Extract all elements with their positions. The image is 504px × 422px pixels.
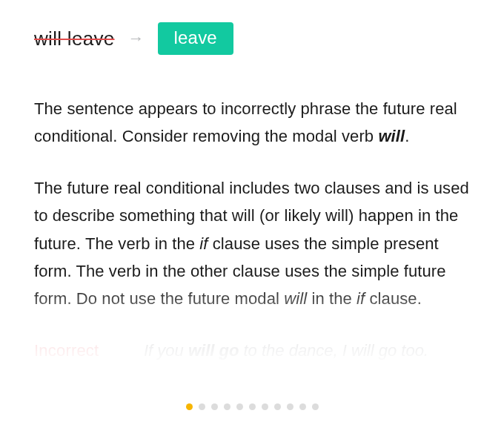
pagination-dot[interactable] <box>274 403 281 410</box>
text-segment: in the <box>307 289 357 308</box>
emphasized-word: will go <box>188 341 239 360</box>
pagination-dot[interactable] <box>249 403 256 410</box>
italic-word: will <box>284 289 307 308</box>
explanation-paragraph-1: The sentence appears to incorrectly phra… <box>34 95 473 151</box>
pagination-dot[interactable] <box>299 403 306 410</box>
arrow-right-icon: → <box>128 30 145 47</box>
text-segment: clause. <box>365 289 422 308</box>
pagination-dot[interactable] <box>186 403 193 410</box>
text-segment: . <box>405 127 409 145</box>
text-segment: If you <box>144 341 188 360</box>
explanation-paragraph-2: The future real conditional includes two… <box>34 174 473 313</box>
pagination-dot[interactable] <box>236 403 243 410</box>
correction-suggestion: will leave → leave <box>34 22 473 55</box>
apply-suggestion-button[interactable]: leave <box>158 22 233 55</box>
pagination-dot[interactable] <box>211 403 218 410</box>
emphasized-word: will <box>378 127 405 145</box>
pagination-dot[interactable] <box>262 403 268 410</box>
text-segment: to the dance, I will go too. <box>239 341 428 360</box>
example-row: Incorrect If you will go to the dance, I… <box>34 337 473 364</box>
pagination-dot[interactable] <box>312 403 319 410</box>
italic-word: if <box>357 289 365 308</box>
original-text: will leave <box>34 27 115 50</box>
pagination-dots <box>0 403 504 410</box>
italic-word: if <box>199 234 208 253</box>
example-label-incorrect: Incorrect <box>34 337 108 364</box>
pagination-dot[interactable] <box>224 403 231 410</box>
pagination-dot[interactable] <box>199 403 205 410</box>
pagination-dot[interactable] <box>287 403 294 410</box>
example-sentence: If you will go to the dance, I will go t… <box>144 337 428 364</box>
